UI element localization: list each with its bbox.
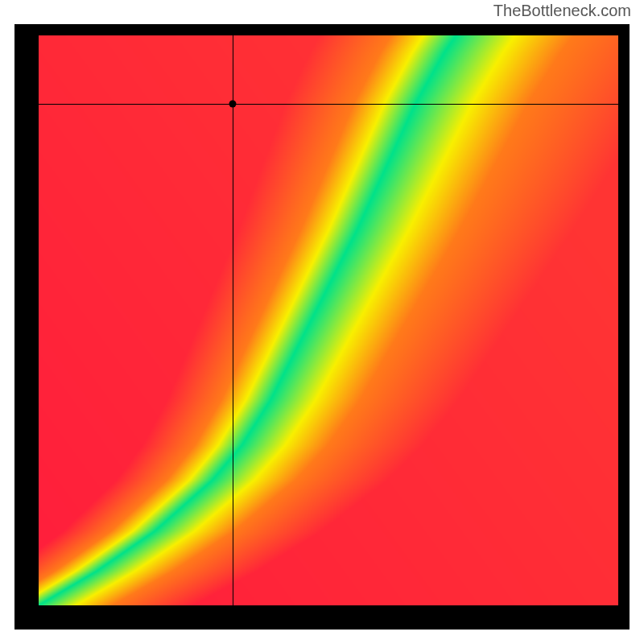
chart-stage: TheBottleneck.com <box>0 0 644 644</box>
plot-area <box>39 35 618 605</box>
crosshair-horizontal <box>39 104 618 105</box>
attribution-text: TheBottleneck.com <box>493 2 631 20</box>
crosshair-point <box>229 100 237 107</box>
crosshair-vertical <box>233 35 233 605</box>
heatmap-canvas <box>39 35 618 605</box>
plot-frame <box>14 24 630 630</box>
